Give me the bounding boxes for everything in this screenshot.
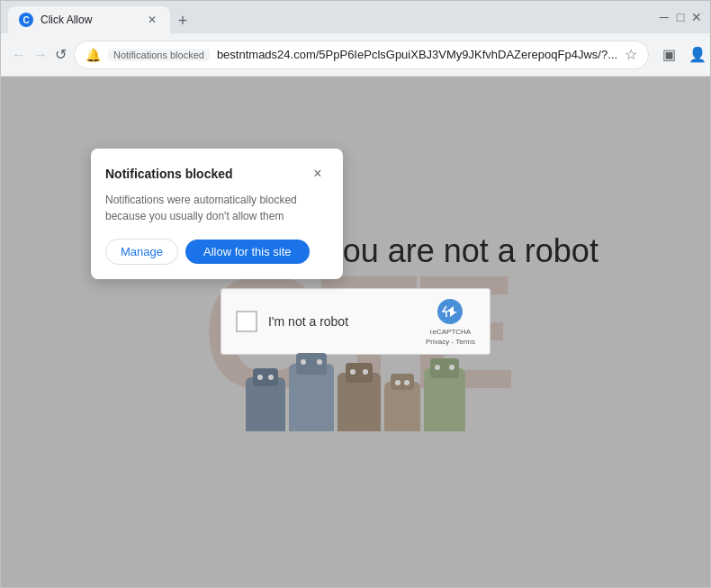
browser-window: C Click Allow ✕ + ─ □ ✕ ← → ↺ 🔔 Notifica… (0, 0, 711, 588)
address-bar[interactable]: 🔔 Notifications blocked bestntmads24.com… (74, 41, 649, 69)
tab-favicon: C (19, 13, 33, 27)
allow-for-site-button[interactable]: Allow for this site (185, 240, 310, 264)
notification-popup: Notifications blocked × Notifications we… (91, 149, 343, 279)
robot-1-head (253, 368, 278, 386)
tab-strip: C Click Allow ✕ + (8, 1, 654, 33)
recaptcha-links: Privacy - Terms (426, 338, 475, 346)
recaptcha-brand-text: reCAPTCHA (430, 328, 471, 336)
security-icon: 🔔 (86, 48, 101, 62)
robot-5-eye-right (449, 365, 454, 370)
reading-mode-button[interactable]: ▣ (656, 42, 681, 68)
recaptcha-label: I'm not a robot (268, 314, 348, 329)
title-bar: C Click Allow ✕ + ─ □ ✕ (1, 1, 710, 33)
popup-body: Notifications were automatically blocked… (105, 192, 328, 224)
robot-3-eye-left (350, 369, 356, 375)
robot-1-eye-right (268, 375, 274, 380)
recaptcha-privacy-link[interactable]: Privacy (426, 338, 449, 346)
popup-title: Notifications blocked (105, 167, 233, 181)
robot-1 (246, 377, 285, 431)
bookmark-button[interactable]: ☆ (625, 46, 637, 63)
robot-2-eye-left (301, 359, 306, 365)
recaptcha-checkbox[interactable] (236, 311, 257, 332)
robot-5-head (430, 358, 459, 378)
robot-4-head (391, 374, 414, 390)
tab-title: Click Allow (40, 14, 138, 26)
forward-button[interactable]: → (33, 42, 48, 68)
robot-2-eye-right (317, 359, 322, 365)
window-controls: ─ □ ✕ (658, 11, 703, 23)
tab-close-button[interactable]: ✕ (145, 13, 159, 27)
robot-4-eye-right (404, 380, 410, 385)
back-button[interactable]: ← (12, 42, 26, 68)
robot-3 (338, 373, 381, 431)
recaptcha-widget[interactable]: I'm not a robot reCAPTCHA Privacy - Term… (220, 288, 490, 355)
nav-right-controls: ▣ 👤 ⋮ (656, 42, 711, 68)
recaptcha-logo-icon (436, 297, 464, 326)
maximize-button[interactable]: □ (674, 11, 687, 23)
robot-5-eye-left (435, 365, 440, 370)
robot-1-eye-left (257, 375, 263, 380)
url-text: bestntmads24.com/5PpP6IePclsGpuiXBJ3VMy9… (217, 48, 617, 61)
recaptcha-logo: reCAPTCHA Privacy - Terms (426, 297, 475, 346)
page-content: GTE Notifications blocked × Notification… (1, 77, 710, 587)
notifications-blocked-label: Notifications blocked (108, 49, 210, 61)
robot-3-head (346, 363, 373, 383)
recaptcha-terms-link[interactable]: Terms (455, 338, 475, 346)
robot-4 (384, 382, 420, 431)
robots-illustration (246, 364, 465, 431)
robot-4-eye-left (395, 380, 400, 385)
reload-button[interactable]: ↺ (55, 42, 67, 68)
new-tab-button[interactable]: + (170, 8, 195, 33)
profile-button[interactable]: 👤 (685, 42, 710, 68)
nav-bar: ← → ↺ 🔔 Notifications blocked bestntmads… (1, 33, 710, 77)
manage-button[interactable]: Manage (105, 239, 178, 265)
popup-close-button[interactable]: × (307, 163, 328, 185)
minimize-button[interactable]: ─ (658, 11, 670, 23)
close-button[interactable]: ✕ (690, 11, 703, 23)
robot-2 (289, 364, 334, 431)
robot-5 (424, 368, 465, 431)
popup-header: Notifications blocked × (105, 163, 328, 185)
robot-3-eye-right (363, 369, 368, 375)
active-tab[interactable]: C Click Allow ✕ (8, 6, 170, 33)
robot-2-head (296, 353, 327, 375)
popup-buttons: Manage Allow for this site (105, 239, 328, 265)
